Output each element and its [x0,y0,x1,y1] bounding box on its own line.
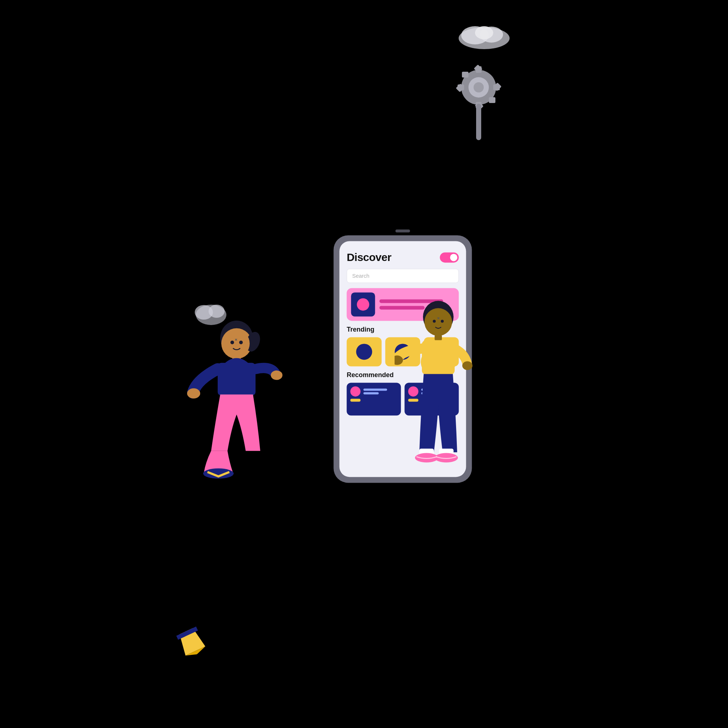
rec-circle-1 [350,386,360,396]
svg-point-3 [475,26,493,39]
scene: Discover Search Trending [0,0,728,728]
trending-circle-1 [356,344,372,359]
rec-line-1b [363,392,379,394]
phone-notch [395,229,410,232]
svg-point-24 [223,330,250,358]
man-character [395,292,497,498]
rec-lines-1 [363,388,397,394]
rec-line-1a [363,388,387,391]
rec-badge-1 [350,399,360,401]
rec-card-1[interactable] [347,382,401,415]
toggle-knob [450,254,457,261]
svg-point-33 [271,370,283,380]
gear-decoration [455,58,502,144]
search-placeholder: Search [352,273,369,279]
featured-thumb-circle [357,298,369,310]
featured-thumbnail [351,292,375,316]
phone-header: Discover [347,251,459,263]
svg-point-37 [426,309,451,335]
svg-point-25 [230,341,234,344]
svg-rect-12 [489,97,496,103]
toggle-switch[interactable] [440,252,459,262]
rec-card-1-top [350,386,397,396]
svg-point-39 [441,320,444,323]
page-title: Discover [347,251,391,263]
woman-character [186,309,288,492]
svg-point-32 [187,388,200,399]
svg-rect-15 [462,72,468,78]
svg-point-6 [474,82,484,92]
pencil-decoration [171,622,211,662]
svg-rect-17 [476,104,481,140]
search-bar[interactable]: Search [347,269,459,283]
cloud-decoration [455,20,513,50]
trending-card-1[interactable] [347,337,381,366]
svg-point-26 [239,341,243,344]
svg-point-46 [462,361,473,370]
svg-point-38 [433,320,436,323]
